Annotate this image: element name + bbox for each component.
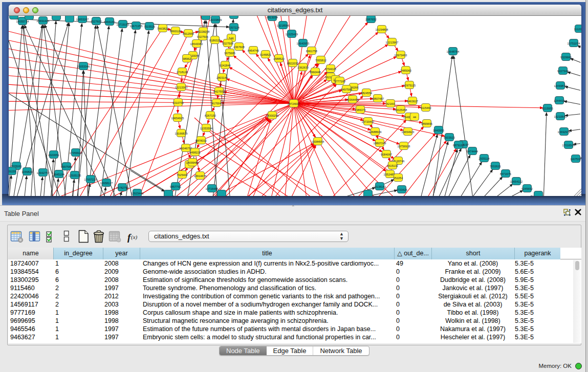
svg-text:10688609: 10688609 [369,130,382,134]
svg-text:16671355: 16671355 [130,25,143,28]
svg-text:7515526: 7515526 [144,25,155,28]
svg-text:16782759: 16782759 [116,186,129,189]
svg-text:12213967: 12213967 [386,41,399,44]
svg-text:8215955: 8215955 [542,107,553,110]
svg-text:8813054: 8813054 [267,16,278,19]
svg-text:8186325: 8186325 [209,39,221,42]
svg-text:11325419: 11325419 [286,33,298,36]
svg-text:18640955: 18640955 [297,42,310,45]
svg-text:20364456: 20364456 [346,98,359,101]
svg-text:18300295: 18300295 [266,114,279,117]
svg-text:3675685: 3675685 [224,52,235,55]
svg-text:16154808: 16154808 [376,28,388,31]
svg-text:9474444: 9474444 [467,150,478,153]
svg-text:1733426: 1733426 [396,188,407,191]
svg-text:14136141: 14136141 [374,185,386,188]
svg-text:17359924: 17359924 [70,151,82,155]
svg-text:10654112: 10654112 [510,180,522,183]
svg-text:9327508: 9327508 [222,42,233,45]
svg-text:1588520: 1588520 [273,57,285,60]
svg-text:6879197: 6879197 [453,144,464,147]
svg-text:9899695: 9899695 [421,122,432,125]
svg-text:17957225: 17957225 [84,178,97,181]
svg-text:7625402: 7625402 [177,173,188,177]
svg-text:62160: 62160 [386,102,395,105]
svg-text:44: 44 [413,116,416,119]
svg-text:6466160: 6466160 [104,20,115,24]
svg-text:19384554: 19384554 [312,140,324,143]
svg-text:8912954: 8912954 [183,32,194,35]
svg-text:14099489: 14099489 [186,161,199,164]
svg-text:18724007: 18724007 [288,102,300,105]
svg-text:(x): (x) [131,234,138,240]
svg-text:19218586: 19218586 [277,24,290,27]
svg-text:5933923: 5933923 [444,136,455,139]
svg-text:1527602: 1527602 [91,20,102,23]
svg-text:20691406: 20691406 [37,19,50,23]
svg-text:1615132: 1615132 [387,164,398,167]
svg-text:98962: 98962 [183,57,191,60]
svg-text:17016504: 17016504 [562,144,575,147]
svg-text:7357224: 7357224 [228,26,239,29]
svg-text:19654925: 19654925 [171,117,184,120]
svg-text:16046798: 16046798 [180,147,192,150]
svg-text:9777169: 9777169 [334,80,345,83]
svg-text:7485063: 7485063 [400,69,411,72]
svg-text:12213363: 12213363 [175,86,188,89]
svg-text:1362639: 1362639 [297,66,309,69]
svg-text:10853267: 10853267 [76,18,89,21]
svg-text:8660124: 8660124 [170,30,181,33]
svg-text:1645194: 1645194 [53,173,64,176]
svg-text:1010755: 1010755 [172,101,184,104]
svg-text:1244415: 1244415 [554,99,565,102]
svg-text:19756928: 19756928 [398,145,410,148]
svg-text:9227343: 9227343 [557,70,569,73]
svg-text:7632621: 7632621 [490,165,501,168]
svg-text:252254: 252254 [394,177,403,180]
svg-text:15751074: 15751074 [568,42,580,45]
svg-text:2803144: 2803144 [216,76,228,79]
svg-text:6961758: 6961758 [306,50,317,53]
svg-text:8990448: 8990448 [310,71,321,74]
svg-text:8267150: 8267150 [205,114,216,117]
svg-text:9245652: 9245652 [521,187,533,190]
svg-text:12942757: 12942757 [37,171,50,174]
svg-text:19654923: 19654923 [402,130,415,134]
svg-text:9242846: 9242846 [220,64,231,67]
svg-text:5498222: 5498222 [189,151,201,154]
svg-text:16543382: 16543382 [190,42,203,46]
svg-text:7663822: 7663822 [157,27,168,30]
svg-text:15720407: 15720407 [362,120,375,123]
svg-text:8427552: 8427552 [213,90,225,93]
svg-text:1156829: 1156829 [21,170,32,173]
svg-text:2935114: 2935114 [478,157,489,160]
svg-text:16210643: 16210643 [554,115,567,118]
svg-text:15692971: 15692971 [558,130,571,134]
svg-text:2087652: 2087652 [365,18,377,21]
svg-text:417004: 417004 [212,102,222,105]
svg-text:12975115: 12975115 [403,84,416,87]
svg-text:7955812: 7955812 [315,59,326,62]
svg-text:11353594: 11353594 [200,127,212,130]
svg-text:6794028: 6794028 [325,68,336,71]
svg-text:12505135: 12505135 [69,174,81,177]
svg-text:10025458: 10025458 [395,108,407,112]
svg-text:18807249: 18807249 [374,142,386,145]
svg-text:9463627: 9463627 [407,100,418,103]
svg-text:9084067: 9084067 [381,153,392,156]
svg-text:9857791: 9857791 [170,185,181,188]
svg-text:2367608: 2367608 [233,46,245,49]
svg-text:2020651: 2020651 [48,154,59,157]
svg-text:2718126: 2718126 [177,71,188,74]
svg-text:9146821: 9146821 [260,53,271,56]
svg-text:39159: 39159 [9,170,16,173]
svg-text:1112047: 1112047 [574,28,581,31]
svg-text:20053346: 20053346 [77,65,90,68]
svg-text:3824554: 3824554 [361,92,372,95]
svg-text:10719155: 10719155 [117,23,129,26]
svg-text:6497568: 6497568 [341,88,352,91]
svg-text:10807487: 10807487 [372,97,384,100]
svg-text:10958127: 10958127 [100,182,113,185]
svg-text:9329966: 9329966 [560,56,572,59]
svg-text:19166829: 19166829 [175,132,188,135]
